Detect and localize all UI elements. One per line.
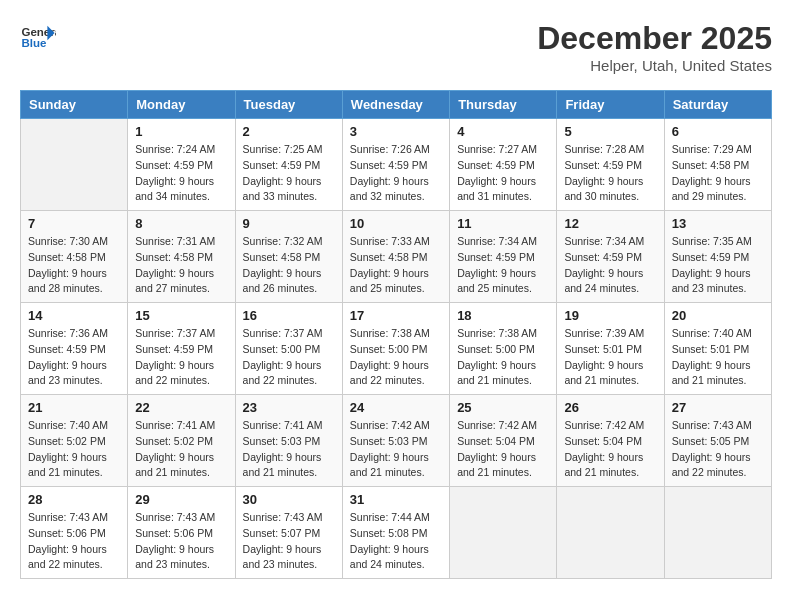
- header-tuesday: Tuesday: [235, 91, 342, 119]
- calendar-cell: [450, 487, 557, 579]
- day-info: Sunrise: 7:29 AMSunset: 4:58 PMDaylight:…: [672, 142, 764, 205]
- day-info: Sunrise: 7:32 AMSunset: 4:58 PMDaylight:…: [243, 234, 335, 297]
- location: Helper, Utah, United States: [537, 57, 772, 74]
- calendar-table: SundayMondayTuesdayWednesdayThursdayFrid…: [20, 90, 772, 579]
- day-number: 28: [28, 492, 120, 507]
- calendar-cell: 6Sunrise: 7:29 AMSunset: 4:58 PMDaylight…: [664, 119, 771, 211]
- calendar-cell: 22Sunrise: 7:41 AMSunset: 5:02 PMDayligh…: [128, 395, 235, 487]
- day-number: 23: [243, 400, 335, 415]
- day-info: Sunrise: 7:40 AMSunset: 5:02 PMDaylight:…: [28, 418, 120, 481]
- header-monday: Monday: [128, 91, 235, 119]
- day-number: 13: [672, 216, 764, 231]
- calendar-cell: 5Sunrise: 7:28 AMSunset: 4:59 PMDaylight…: [557, 119, 664, 211]
- calendar-cell: 31Sunrise: 7:44 AMSunset: 5:08 PMDayligh…: [342, 487, 449, 579]
- day-info: Sunrise: 7:37 AMSunset: 4:59 PMDaylight:…: [135, 326, 227, 389]
- calendar-cell: 18Sunrise: 7:38 AMSunset: 5:00 PMDayligh…: [450, 303, 557, 395]
- day-number: 4: [457, 124, 549, 139]
- calendar-cell: 14Sunrise: 7:36 AMSunset: 4:59 PMDayligh…: [21, 303, 128, 395]
- day-number: 27: [672, 400, 764, 415]
- title-block: December 2025 Helper, Utah, United State…: [537, 20, 772, 74]
- day-info: Sunrise: 7:43 AMSunset: 5:05 PMDaylight:…: [672, 418, 764, 481]
- header-wednesday: Wednesday: [342, 91, 449, 119]
- day-info: Sunrise: 7:28 AMSunset: 4:59 PMDaylight:…: [564, 142, 656, 205]
- day-info: Sunrise: 7:35 AMSunset: 4:59 PMDaylight:…: [672, 234, 764, 297]
- day-info: Sunrise: 7:34 AMSunset: 4:59 PMDaylight:…: [564, 234, 656, 297]
- day-number: 1: [135, 124, 227, 139]
- calendar-cell: 23Sunrise: 7:41 AMSunset: 5:03 PMDayligh…: [235, 395, 342, 487]
- calendar-cell: 4Sunrise: 7:27 AMSunset: 4:59 PMDaylight…: [450, 119, 557, 211]
- day-info: Sunrise: 7:40 AMSunset: 5:01 PMDaylight:…: [672, 326, 764, 389]
- day-info: Sunrise: 7:33 AMSunset: 4:58 PMDaylight:…: [350, 234, 442, 297]
- calendar-cell: 11Sunrise: 7:34 AMSunset: 4:59 PMDayligh…: [450, 211, 557, 303]
- calendar-cell: 9Sunrise: 7:32 AMSunset: 4:58 PMDaylight…: [235, 211, 342, 303]
- page-header: General Blue December 2025 Helper, Utah,…: [20, 20, 772, 74]
- day-number: 7: [28, 216, 120, 231]
- week-row-5: 28Sunrise: 7:43 AMSunset: 5:06 PMDayligh…: [21, 487, 772, 579]
- calendar-cell: 25Sunrise: 7:42 AMSunset: 5:04 PMDayligh…: [450, 395, 557, 487]
- day-number: 17: [350, 308, 442, 323]
- week-row-3: 14Sunrise: 7:36 AMSunset: 4:59 PMDayligh…: [21, 303, 772, 395]
- calendar-cell: 19Sunrise: 7:39 AMSunset: 5:01 PMDayligh…: [557, 303, 664, 395]
- day-info: Sunrise: 7:24 AMSunset: 4:59 PMDaylight:…: [135, 142, 227, 205]
- day-info: Sunrise: 7:42 AMSunset: 5:03 PMDaylight:…: [350, 418, 442, 481]
- header-sunday: Sunday: [21, 91, 128, 119]
- calendar-cell: [557, 487, 664, 579]
- header-thursday: Thursday: [450, 91, 557, 119]
- day-number: 15: [135, 308, 227, 323]
- header-friday: Friday: [557, 91, 664, 119]
- logo-icon: General Blue: [20, 20, 56, 56]
- day-info: Sunrise: 7:42 AMSunset: 5:04 PMDaylight:…: [457, 418, 549, 481]
- day-info: Sunrise: 7:36 AMSunset: 4:59 PMDaylight:…: [28, 326, 120, 389]
- calendar-cell: 21Sunrise: 7:40 AMSunset: 5:02 PMDayligh…: [21, 395, 128, 487]
- day-number: 31: [350, 492, 442, 507]
- day-number: 16: [243, 308, 335, 323]
- day-number: 29: [135, 492, 227, 507]
- week-row-2: 7Sunrise: 7:30 AMSunset: 4:58 PMDaylight…: [21, 211, 772, 303]
- day-number: 8: [135, 216, 227, 231]
- weekday-header-row: SundayMondayTuesdayWednesdayThursdayFrid…: [21, 91, 772, 119]
- day-number: 30: [243, 492, 335, 507]
- day-info: Sunrise: 7:41 AMSunset: 5:03 PMDaylight:…: [243, 418, 335, 481]
- day-info: Sunrise: 7:38 AMSunset: 5:00 PMDaylight:…: [457, 326, 549, 389]
- calendar-cell: 26Sunrise: 7:42 AMSunset: 5:04 PMDayligh…: [557, 395, 664, 487]
- day-info: Sunrise: 7:26 AMSunset: 4:59 PMDaylight:…: [350, 142, 442, 205]
- day-info: Sunrise: 7:41 AMSunset: 5:02 PMDaylight:…: [135, 418, 227, 481]
- calendar-cell: [21, 119, 128, 211]
- day-number: 20: [672, 308, 764, 323]
- day-number: 24: [350, 400, 442, 415]
- day-info: Sunrise: 7:42 AMSunset: 5:04 PMDaylight:…: [564, 418, 656, 481]
- day-info: Sunrise: 7:25 AMSunset: 4:59 PMDaylight:…: [243, 142, 335, 205]
- day-number: 25: [457, 400, 549, 415]
- logo: General Blue: [20, 20, 56, 56]
- calendar-cell: 29Sunrise: 7:43 AMSunset: 5:06 PMDayligh…: [128, 487, 235, 579]
- day-number: 6: [672, 124, 764, 139]
- calendar-cell: 20Sunrise: 7:40 AMSunset: 5:01 PMDayligh…: [664, 303, 771, 395]
- calendar-cell: 24Sunrise: 7:42 AMSunset: 5:03 PMDayligh…: [342, 395, 449, 487]
- day-info: Sunrise: 7:43 AMSunset: 5:06 PMDaylight:…: [135, 510, 227, 573]
- calendar-cell: 13Sunrise: 7:35 AMSunset: 4:59 PMDayligh…: [664, 211, 771, 303]
- day-number: 14: [28, 308, 120, 323]
- day-info: Sunrise: 7:38 AMSunset: 5:00 PMDaylight:…: [350, 326, 442, 389]
- day-number: 5: [564, 124, 656, 139]
- calendar-cell: 1Sunrise: 7:24 AMSunset: 4:59 PMDaylight…: [128, 119, 235, 211]
- calendar-cell: 8Sunrise: 7:31 AMSunset: 4:58 PMDaylight…: [128, 211, 235, 303]
- day-info: Sunrise: 7:37 AMSunset: 5:00 PMDaylight:…: [243, 326, 335, 389]
- day-number: 10: [350, 216, 442, 231]
- day-number: 19: [564, 308, 656, 323]
- day-info: Sunrise: 7:43 AMSunset: 5:07 PMDaylight:…: [243, 510, 335, 573]
- week-row-1: 1Sunrise: 7:24 AMSunset: 4:59 PMDaylight…: [21, 119, 772, 211]
- calendar-cell: 30Sunrise: 7:43 AMSunset: 5:07 PMDayligh…: [235, 487, 342, 579]
- day-number: 18: [457, 308, 549, 323]
- week-row-4: 21Sunrise: 7:40 AMSunset: 5:02 PMDayligh…: [21, 395, 772, 487]
- calendar-cell: 3Sunrise: 7:26 AMSunset: 4:59 PMDaylight…: [342, 119, 449, 211]
- day-number: 2: [243, 124, 335, 139]
- calendar-cell: 28Sunrise: 7:43 AMSunset: 5:06 PMDayligh…: [21, 487, 128, 579]
- calendar-cell: [664, 487, 771, 579]
- day-number: 12: [564, 216, 656, 231]
- day-number: 11: [457, 216, 549, 231]
- calendar-cell: 7Sunrise: 7:30 AMSunset: 4:58 PMDaylight…: [21, 211, 128, 303]
- day-info: Sunrise: 7:43 AMSunset: 5:06 PMDaylight:…: [28, 510, 120, 573]
- day-info: Sunrise: 7:27 AMSunset: 4:59 PMDaylight:…: [457, 142, 549, 205]
- day-number: 3: [350, 124, 442, 139]
- calendar-cell: 10Sunrise: 7:33 AMSunset: 4:58 PMDayligh…: [342, 211, 449, 303]
